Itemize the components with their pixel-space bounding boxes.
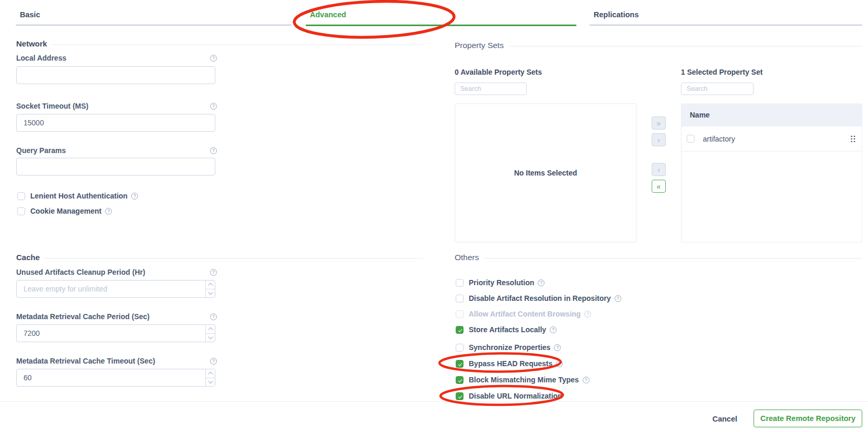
help-icon[interactable]	[105, 208, 112, 215]
spinner-down-icon[interactable]	[206, 333, 215, 342]
help-icon[interactable]	[210, 358, 217, 365]
cookie-management-label: Cookie Management	[30, 207, 101, 215]
property-sets-section-title: Property Sets	[455, 41, 504, 50]
help-icon[interactable]	[583, 377, 589, 383]
priority-resolution-label: Priority Resolution	[469, 278, 534, 287]
help-icon[interactable]	[131, 193, 138, 200]
selected-search-box	[681, 83, 754, 95]
tab-advanced[interactable]: Advanced	[306, 0, 576, 26]
checkbox-unchecked[interactable]	[17, 207, 25, 215]
tab-advanced-underline	[306, 25, 576, 26]
local-address-label: Local Address	[16, 54, 66, 62]
metadata-cache-period-input[interactable]	[17, 325, 205, 342]
tab-basic-underline	[16, 25, 292, 26]
metadata-cache-timeout-input[interactable]	[17, 369, 205, 386]
local-address-field: Local Address	[16, 53, 217, 63]
drag-handle-icon[interactable]	[850, 135, 855, 143]
selected-property-sets-table: Name artifactory	[681, 103, 862, 242]
checkbox-checked[interactable]	[456, 326, 464, 334]
checkbox-checked[interactable]	[456, 360, 464, 368]
bypass-head-requests-label: Bypass HEAD Requests	[469, 359, 552, 368]
query-params-label: Query Params	[16, 146, 66, 155]
cache-section-header: Cache	[16, 253, 423, 262]
checkbox-checked[interactable]	[456, 376, 464, 384]
local-address-input[interactable]	[17, 67, 215, 84]
query-params-input-box	[16, 158, 215, 176]
disable-url-normalization-label: Disable URL Normalization	[469, 392, 562, 400]
spinner-up-icon[interactable]	[206, 281, 215, 289]
query-params-input[interactable]	[17, 158, 215, 175]
lenient-host-authentication-checkbox-row[interactable]: Lenient Host Authentication	[17, 192, 138, 200]
number-spinner	[205, 281, 215, 297]
checkbox-unchecked[interactable]	[456, 279, 464, 287]
metadata-cache-timeout-input-box	[16, 369, 215, 387]
help-icon[interactable]	[554, 344, 561, 351]
available-property-sets-count: 0 Available Property Sets	[455, 68, 542, 76]
bypass-head-requests-checkbox-row[interactable]: Bypass HEAD Requests	[456, 359, 563, 368]
left-column: Network Local Address Socket Timeout (MS…	[16, 39, 423, 405]
spinner-up-icon[interactable]	[206, 325, 215, 333]
checkbox-unchecked[interactable]	[17, 192, 25, 200]
move-left-button[interactable]: ‹	[652, 163, 666, 176]
metadata-cache-period-label: Metadata Retrieval Cache Period (Sec)	[16, 312, 149, 321]
row-name: artifactory	[703, 135, 842, 143]
help-icon[interactable]	[210, 103, 217, 110]
move-all-right-button[interactable]: »	[652, 116, 666, 130]
disable-artifact-resolution-checkbox-row[interactable]: Disable Artifact Resolution in Repositor…	[456, 294, 621, 302]
metadata-cache-period-field: Metadata Retrieval Cache Period (Sec)	[16, 312, 217, 321]
table-body: artifactory	[681, 126, 862, 242]
checkbox-unchecked[interactable]	[456, 344, 464, 352]
property-sets-section-header: Property Sets	[455, 41, 862, 50]
others-section-title: Others	[455, 253, 479, 262]
cancel-button[interactable]: Cancel	[703, 413, 747, 425]
metadata-cache-timeout-label: Metadata Retrieval Cache Timeout (Sec)	[16, 357, 155, 365]
section-divider	[509, 46, 862, 46]
cookie-management-checkbox-row[interactable]: Cookie Management	[17, 207, 112, 215]
available-search-input[interactable]	[455, 83, 526, 95]
checkbox-unchecked[interactable]	[456, 295, 464, 302]
row-checkbox[interactable]	[687, 135, 695, 143]
block-mismatching-mime-types-checkbox-row[interactable]: Block Mismatching Mime Types	[456, 376, 589, 384]
create-remote-repository-button[interactable]: Create Remote Repository	[754, 410, 862, 427]
help-icon[interactable]	[615, 295, 621, 302]
help-icon[interactable]	[210, 55, 217, 62]
store-artifacts-locally-label: Store Artifacts Locally	[469, 325, 546, 334]
lenient-host-authentication-label: Lenient Host Authentication	[30, 192, 128, 200]
unused-artifacts-cleanup-field: Unused Artifacts Cleanup Period (Hr)	[16, 267, 217, 277]
help-icon[interactable]	[550, 326, 557, 333]
store-artifacts-locally-checkbox-row[interactable]: Store Artifacts Locally	[456, 325, 557, 334]
checkbox-disabled	[456, 310, 464, 318]
spinner-up-icon[interactable]	[206, 369, 215, 378]
socket-timeout-input[interactable]	[17, 114, 215, 131]
help-icon[interactable]	[556, 360, 563, 367]
help-icon[interactable]	[210, 269, 217, 276]
move-right-button[interactable]: ›	[652, 133, 666, 146]
checkbox-checked[interactable]	[456, 392, 464, 400]
help-icon[interactable]	[538, 279, 545, 286]
help-icon[interactable]	[210, 147, 217, 154]
name-column-header: Name	[690, 111, 710, 119]
help-icon[interactable]	[210, 313, 217, 320]
cache-section-title: Cache	[16, 253, 40, 262]
spinner-down-icon[interactable]	[206, 378, 215, 387]
table-row[interactable]: artifactory	[681, 126, 862, 151]
right-column: Property Sets 0 Available Property Sets …	[455, 41, 862, 406]
table-header-row: Name	[681, 103, 862, 126]
available-search-box	[455, 83, 527, 95]
others-section-header: Others	[455, 253, 862, 262]
tab-basic[interactable]: Basic	[16, 0, 292, 26]
priority-resolution-checkbox-row[interactable]: Priority Resolution	[456, 278, 545, 287]
move-all-left-button[interactable]: «	[652, 180, 666, 193]
section-divider	[484, 258, 862, 259]
socket-timeout-label: Socket Timeout (MS)	[16, 102, 88, 110]
socket-timeout-input-box	[16, 114, 215, 132]
help-icon	[584, 311, 591, 318]
spinner-down-icon[interactable]	[206, 289, 215, 298]
block-mismatching-mime-types-label: Block Mismatching Mime Types	[469, 376, 579, 384]
synchronize-properties-checkbox-row[interactable]: Synchronize Properties	[456, 343, 561, 352]
selected-search-input[interactable]	[681, 83, 753, 95]
available-property-sets-panel: No Items Selected	[455, 103, 636, 242]
disable-url-normalization-checkbox-row[interactable]: Disable URL Normalization	[456, 392, 562, 400]
unused-artifacts-cleanup-input[interactable]	[17, 281, 205, 297]
tab-replications[interactable]: Replications	[589, 0, 862, 26]
